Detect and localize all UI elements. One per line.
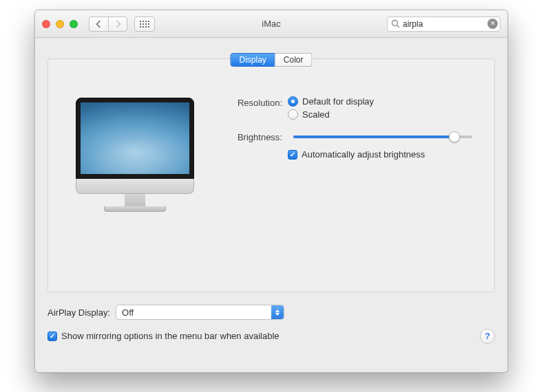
search-wrap bbox=[387, 17, 501, 32]
traffic-lights bbox=[42, 20, 78, 28]
select-arrows-icon bbox=[271, 305, 284, 319]
titlebar: iMac bbox=[35, 10, 507, 38]
main-panel: Resolution: Default for display Scaled bbox=[48, 58, 495, 292]
radio-label: Scaled bbox=[302, 109, 330, 120]
close-button[interactable] bbox=[42, 20, 50, 28]
zoom-button[interactable] bbox=[70, 20, 78, 28]
brightness-slider[interactable] bbox=[293, 131, 472, 142]
forward-button[interactable] bbox=[108, 17, 127, 32]
checkbox-icon bbox=[48, 331, 57, 341]
grid-icon bbox=[140, 21, 149, 28]
radio-label: Default for display bbox=[302, 96, 374, 107]
airplay-label: AirPlay Display: bbox=[48, 307, 110, 318]
radio-icon bbox=[288, 96, 298, 107]
resolution-label: Resolution: bbox=[227, 96, 282, 108]
show-all-button[interactable] bbox=[134, 17, 155, 32]
svg-point-0 bbox=[392, 20, 398, 25]
tab-color[interactable]: Color bbox=[275, 53, 313, 67]
resolution-scaled-radio[interactable]: Scaled bbox=[288, 109, 374, 120]
back-button[interactable] bbox=[89, 17, 108, 32]
checkbox-icon bbox=[288, 150, 297, 160]
airplay-select[interactable]: Off bbox=[116, 305, 284, 320]
brightness-label: Brightness: bbox=[227, 131, 282, 142]
minimize-button[interactable] bbox=[56, 20, 64, 28]
prefs-window: iMac Display Color Resolution: bbox=[34, 10, 508, 373]
auto-brightness-checkbox[interactable]: Automatically adjust brightness bbox=[288, 149, 425, 160]
svg-line-1 bbox=[397, 25, 400, 28]
chevron-right-icon bbox=[115, 21, 121, 28]
search-input[interactable] bbox=[387, 17, 501, 32]
nav-back-forward bbox=[89, 17, 127, 32]
tab-display[interactable]: Display bbox=[230, 53, 275, 67]
chevron-left-icon bbox=[96, 21, 102, 28]
airplay-value: Off bbox=[122, 307, 134, 318]
radio-icon bbox=[288, 109, 298, 120]
tab-bar: Display Color bbox=[230, 53, 312, 67]
window-title: iMac bbox=[262, 19, 280, 29]
clear-search-button[interactable] bbox=[487, 19, 498, 29]
checkbox-label: Automatically adjust brightness bbox=[302, 149, 425, 160]
help-button[interactable]: ? bbox=[480, 329, 495, 344]
content-area: Display Color Resolution: Default for di… bbox=[35, 38, 507, 372]
resolution-default-radio[interactable]: Default for display bbox=[288, 96, 374, 107]
checkbox-label: Show mirroring options in the menu bar w… bbox=[61, 331, 280, 341]
search-icon bbox=[391, 19, 400, 28]
slider-knob[interactable] bbox=[449, 131, 460, 142]
bottom-controls: AirPlay Display: Off Show mirroring opti… bbox=[48, 305, 495, 341]
settings-column: Resolution: Default for display Scaled bbox=[227, 96, 481, 164]
mirroring-checkbox[interactable]: Show mirroring options in the menu bar w… bbox=[48, 331, 280, 341]
imac-illustration bbox=[76, 98, 194, 212]
